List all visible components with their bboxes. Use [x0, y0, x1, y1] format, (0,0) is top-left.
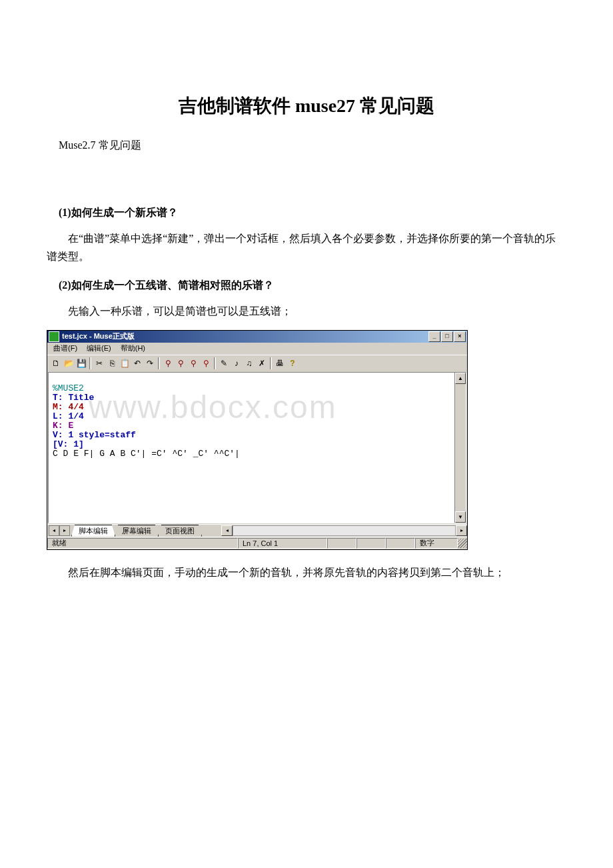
status-ready: 就绪 [47, 538, 238, 549]
undo-icon[interactable]: ↶ [131, 357, 143, 369]
eraser-icon[interactable]: ✗ [256, 357, 268, 369]
toolbar-separator [270, 357, 272, 369]
tab-page[interactable]: 页面视图 [158, 525, 202, 537]
tab-prev-icon[interactable]: ◂ [49, 525, 59, 536]
tab-script[interactable]: 脚本编辑 [71, 525, 115, 537]
code-line-8: C D E F| G A B C'| =C' ^C' _C' ^^C'| [53, 449, 240, 459]
replace-icon[interactable]: ⚲ [200, 357, 212, 369]
page-title: 吉他制谱软件 muse27 常见问题 [47, 93, 566, 119]
save-icon[interactable]: 💾 [75, 357, 87, 369]
note-icon[interactable]: ♪ [231, 357, 243, 369]
status-blank-3 [386, 538, 415, 549]
toolbar: 🗋 📂 💾 ✂ ⎘ 📋 ↶ ↷ ⚲ ⚲ ⚲ ⚲ ✎ ♪ ♫ ✗ [47, 355, 467, 371]
subtitle-text: Muse2.7 常见问题 [59, 139, 566, 153]
toolbar-separator [214, 357, 216, 369]
copy-icon[interactable]: ⎘ [106, 357, 118, 369]
find-down-icon[interactable]: ⚲ [187, 357, 199, 369]
q2-answer-before: 先输入一种乐谱，可以是简谱也可以是五线谱； [47, 302, 566, 320]
titlebar: test.jcx - Muse正式版 _ □ × [47, 331, 467, 343]
window-controls: _ □ × [428, 331, 466, 342]
q2-answer-after: 然后在脚本编辑页面，手动的生成一个新的音轨，并将原先音轨的内容拷贝到第二个音轨上… [47, 563, 566, 581]
find-up-icon[interactable]: ⚲ [175, 357, 187, 369]
tab-bar: ◂ ▸ 脚本编辑 屏幕编辑 页面视图 ◂ ▸ [47, 524, 467, 537]
open-icon[interactable]: 📂 [63, 357, 75, 369]
status-blank-1 [327, 538, 356, 549]
status-mode: 数字 [415, 538, 458, 549]
code-line-6: V: 1 style=staff [53, 430, 136, 440]
editor-area: %MUSE2 T: Title M: 4/4 L: 1/4 K: E V: 1 … [48, 372, 466, 523]
status-blank-2 [356, 538, 386, 549]
toolbar-separator [89, 357, 91, 369]
status-position: Ln 7, Col 1 [238, 538, 327, 549]
hscroll-left-icon[interactable]: ◂ [221, 525, 233, 536]
code-line-4: L: 1/4 [53, 411, 84, 421]
tab-nav-buttons: ◂ ▸ [47, 525, 71, 536]
close-button[interactable]: × [454, 331, 466, 342]
new-icon[interactable]: 🗋 [50, 357, 62, 369]
titlebar-left: test.jcx - Muse正式版 [49, 331, 135, 342]
code-line-7: [V: 1] [53, 439, 84, 449]
watermark-text: www.bdocx.com [89, 403, 337, 412]
statusbar: 就绪 Ln 7, Col 1 数字 [47, 537, 467, 549]
hscroll-right-icon[interactable]: ▸ [456, 525, 467, 536]
scroll-down-icon[interactable]: ▼ [455, 511, 466, 523]
document-page: 吉他制谱软件 muse27 常见问题 Muse2.7 常见问题 (1)如何生成一… [0, 0, 613, 631]
tab-next-icon[interactable]: ▸ [59, 525, 70, 536]
resize-grip-icon[interactable] [458, 539, 467, 548]
print-icon[interactable]: 🖶 [274, 357, 286, 369]
toolbar-separator [158, 357, 160, 369]
help-icon[interactable]: ? [287, 357, 299, 369]
pencil-icon[interactable]: ✎ [218, 357, 230, 369]
horizontal-scrollbar[interactable]: ◂ ▸ [201, 525, 467, 536]
cut-icon[interactable]: ✂ [93, 357, 105, 369]
app-icon [49, 331, 59, 342]
minimize-button[interactable]: _ [428, 331, 440, 342]
maximize-button[interactable]: □ [441, 331, 453, 342]
menu-file[interactable]: 曲谱(F) [49, 343, 82, 354]
menu-edit[interactable]: 编辑(E) [82, 343, 116, 354]
q2-heading: (2)如何生成一个五线谱、简谱相对照的乐谱？ [59, 279, 566, 293]
tab-screen[interactable]: 屏幕编辑 [115, 525, 159, 537]
code-line-1: %MUSE2 [53, 383, 84, 393]
note2-icon[interactable]: ♫ [243, 357, 255, 369]
screenshot-wrapper: test.jcx - Muse正式版 _ □ × 曲谱(F) 编辑(E) 帮助(… [47, 330, 566, 550]
scroll-up-icon[interactable]: ▲ [455, 373, 466, 384]
vertical-scrollbar[interactable]: ▲ ▼ [454, 373, 466, 523]
code-line-5: K: E [53, 421, 73, 431]
code-line-3: M: 4/4 [53, 402, 84, 412]
redo-icon[interactable]: ↷ [144, 357, 156, 369]
code-editor[interactable]: %MUSE2 T: Title M: 4/4 L: 1/4 K: E V: 1 … [49, 373, 454, 523]
hscroll-track[interactable] [233, 525, 456, 536]
app-window: test.jcx - Muse正式版 _ □ × 曲谱(F) 编辑(E) 帮助(… [47, 330, 468, 550]
code-line-2: T: Title [53, 393, 94, 403]
paste-icon[interactable]: 📋 [119, 357, 131, 369]
window-title: test.jcx - Muse正式版 [62, 331, 135, 341]
menubar: 曲谱(F) 编辑(E) 帮助(H) [47, 343, 467, 355]
find-icon[interactable]: ⚲ [162, 357, 174, 369]
menu-help[interactable]: 帮助(H) [116, 343, 150, 354]
q1-heading: (1)如何生成一个新乐谱？ [59, 206, 566, 220]
q1-answer: 在“曲谱”菜单中选择“新建”，弹出一个对话框，然后填入各个必要参数，并选择你所要… [47, 229, 566, 265]
